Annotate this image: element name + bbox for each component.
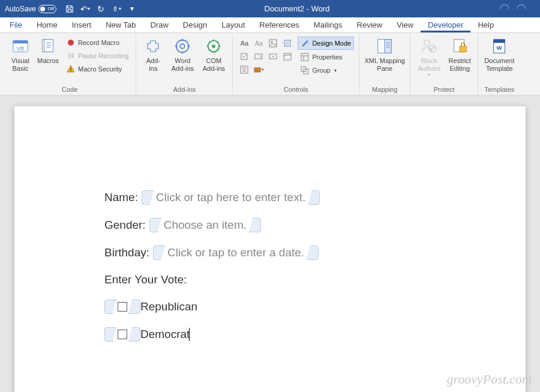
macros-button[interactable]: Macros (35, 35, 61, 66)
name-placeholder[interactable]: Click or tap here to enter text. (154, 191, 308, 204)
option2-checkbox-control[interactable] (104, 327, 140, 342)
gender-label: Gender: (104, 219, 146, 232)
text-cursor (189, 328, 190, 341)
ribbon-tabs: File Home Insert New Tab Draw Design Lay… (0, 17, 540, 33)
svg-rect-20 (284, 53, 291, 60)
checkbox-icon[interactable] (118, 302, 127, 312)
qat-customize-icon[interactable]: ▼ (127, 4, 137, 14)
tab-draw[interactable]: Draw (143, 18, 176, 32)
svg-point-10 (181, 44, 185, 49)
tab-developer[interactable]: Developer (421, 18, 470, 32)
svg-rect-6 (68, 53, 70, 58)
cc-handle-right-icon[interactable] (128, 300, 140, 314)
cc-handle-right-icon[interactable] (128, 327, 140, 342)
group-code: VB Visual Basic Macros Record Macro Paus… (4, 34, 136, 94)
group-addins: Add- ins Word Add-ins COM Add-ins Add-in… (136, 34, 233, 94)
svg-rect-19 (269, 54, 277, 59)
tab-layout[interactable]: Layout (214, 18, 252, 32)
birthday-content-control[interactable]: Click or tap to enter a date. (153, 246, 319, 260)
svg-text:!: ! (70, 67, 72, 73)
repeating-control-button[interactable] (238, 63, 251, 76)
addins-icon (143, 37, 163, 56)
group-controls-label: Controls (284, 86, 308, 94)
combobox-control-button[interactable] (252, 50, 265, 63)
tab-view[interactable]: View (389, 18, 421, 32)
form-row-option1: Republican (104, 300, 436, 314)
svg-point-14 (271, 41, 273, 43)
word-addins-icon (173, 37, 192, 56)
plain-text-control-button[interactable]: Aa (252, 37, 265, 50)
tab-file[interactable]: File (2, 18, 29, 32)
tab-references[interactable]: References (252, 18, 306, 32)
redo-icon[interactable]: ↻ (96, 4, 106, 14)
restrict-editing-button[interactable]: Restrict Editing (445, 35, 474, 73)
pause-icon (66, 51, 76, 61)
xml-mapping-button[interactable]: XML Mapping Pane (363, 35, 406, 73)
word-addins-button[interactable]: Word Add-ins (167, 35, 197, 73)
block-authors-icon (419, 37, 439, 56)
dropdown-control-button[interactable] (266, 50, 280, 63)
titlebar: AutoSave Off ↶▾ ↻ ▾ ▼ Document2 - Word (0, 0, 540, 17)
properties-button[interactable]: Properties (298, 51, 354, 63)
group-addins-label: Add-ins (173, 86, 196, 94)
tab-design[interactable]: Design (176, 18, 214, 32)
document-template-icon: W (490, 37, 509, 56)
name-content-control[interactable]: Click or tap here to enter text. (142, 190, 320, 205)
cc-handle-right-icon[interactable] (308, 190, 320, 205)
tab-mailings[interactable]: Mailings (307, 18, 350, 32)
gender-content-control[interactable]: Choose an item. (149, 218, 261, 232)
save-icon[interactable] (65, 4, 74, 14)
cc-handle-left-icon[interactable] (153, 246, 165, 260)
cc-handle-left-icon[interactable] (104, 327, 116, 342)
tab-newtab[interactable]: New Tab (98, 18, 143, 32)
birthday-placeholder[interactable]: Click or tap to enter a date. (165, 246, 307, 259)
svg-text:W: W (497, 45, 502, 51)
picture-control-button[interactable] (266, 37, 280, 50)
design-mode-icon (301, 38, 310, 48)
legacy-tools-button[interactable]: ▾ (252, 63, 265, 76)
decorative-swirl-icon (499, 4, 535, 14)
com-addins-button[interactable]: COM Add-ins (199, 35, 229, 73)
group-icon (300, 65, 310, 75)
quick-access-toolbar: ↶▾ ↻ ▾ ▼ (65, 4, 137, 14)
vote-label: Enter Your Vote: (104, 273, 187, 286)
undo-icon[interactable]: ↶▾ (80, 4, 90, 14)
cc-handle-left-icon[interactable] (149, 218, 161, 232)
properties-icon (300, 52, 310, 62)
cc-handle-right-icon[interactable] (249, 218, 261, 232)
cc-handle-left-icon[interactable] (104, 300, 116, 314)
svg-rect-4 (44, 40, 53, 52)
autosave-toggle[interactable]: Off (38, 5, 56, 13)
cc-handle-left-icon[interactable] (142, 190, 154, 205)
macro-security-button[interactable]: ! Macro Security (64, 63, 131, 75)
tab-insert[interactable]: Insert (65, 18, 99, 32)
document-template-button[interactable]: W Document Template (482, 35, 517, 73)
com-addins-icon (204, 37, 223, 56)
group-button[interactable]: Group ▾ (298, 64, 354, 76)
block-authors-button: Block Authors▾ (414, 35, 444, 79)
checkbox-control-button[interactable] (238, 50, 251, 63)
checkbox-icon[interactable] (118, 330, 127, 339)
touch-mouse-icon[interactable]: ▾ (112, 4, 121, 14)
cc-handle-right-icon[interactable] (307, 246, 319, 260)
option1-checkbox-control[interactable] (104, 300, 140, 314)
svg-rect-7 (71, 53, 73, 58)
visual-basic-button[interactable]: VB Visual Basic (7, 35, 34, 73)
tab-home[interactable]: Home (29, 18, 65, 32)
option2-text: Democrat (140, 328, 190, 341)
date-control-button[interactable] (281, 50, 294, 63)
rich-text-control-button[interactable]: Aa (238, 37, 251, 50)
record-macro-button[interactable]: Record Macro (64, 37, 131, 49)
svg-rect-23 (301, 53, 308, 61)
tab-review[interactable]: Review (350, 18, 390, 32)
document-page[interactable]: Name: Click or tap here to enter text. G… (14, 106, 526, 392)
warning-icon: ! (66, 64, 76, 74)
building-block-control-button[interactable] (281, 37, 294, 50)
tab-help[interactable]: Help (470, 18, 501, 32)
visual-basic-icon: VB (11, 37, 30, 56)
addins-button[interactable]: Add- ins (140, 35, 166, 73)
gender-placeholder[interactable]: Choose an item. (161, 219, 249, 232)
autosave-control[interactable]: AutoSave Off (5, 5, 56, 13)
document-title: Document2 - Word (137, 4, 457, 13)
design-mode-button[interactable]: Design Mode (298, 37, 354, 50)
